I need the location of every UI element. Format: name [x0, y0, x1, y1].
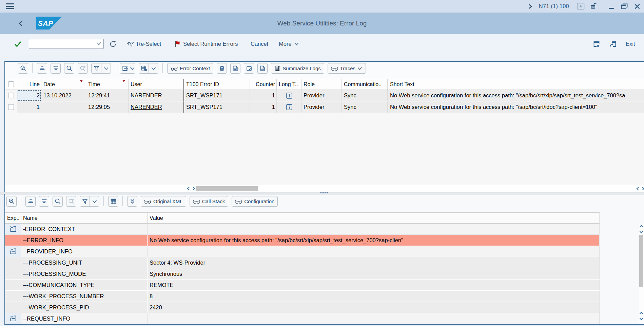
user-link[interactable]: NARENDER	[131, 92, 162, 99]
summarize-logs-button[interactable]: Summarize Logs	[271, 63, 324, 74]
user-link[interactable]: NARENDER	[131, 104, 162, 110]
display-log-button[interactable]	[230, 63, 240, 74]
restore-window-icon[interactable]	[620, 2, 628, 11]
cell-short-text[interactable]: No Web service configuration for this ac…	[388, 101, 644, 113]
cell-name[interactable]: ---COMMUNICATION_TYPE	[21, 280, 148, 290]
cell-name[interactable]: ---PROCESSING_MODE	[21, 268, 148, 279]
column-header-communication[interactable]: Communicatio..	[342, 79, 388, 90]
reselect-button[interactable]: Re-Select	[126, 34, 161, 54]
row-checkbox[interactable]	[8, 104, 14, 110]
find-button[interactable]	[64, 63, 74, 74]
delete-button[interactable]	[217, 63, 227, 74]
scroll-left-icon[interactable]	[635, 186, 640, 191]
collapse-node-icon[interactable]	[10, 248, 16, 254]
cell-short-text[interactable]: No Web service configuration for this ac…	[388, 90, 644, 101]
security-unlocked-icon[interactable]	[589, 2, 598, 11]
play-session-icon[interactable]	[577, 2, 585, 11]
sort-descending-button[interactable]	[51, 63, 61, 74]
cell-name[interactable]: --ERROR_INFO	[21, 235, 148, 246]
new-session-icon[interactable]	[609, 34, 617, 54]
cell-name[interactable]: --PROVIDER_INFO	[21, 246, 148, 257]
cell-t100-error-id[interactable]: SRT_WSP171	[184, 90, 250, 101]
more-menu-button[interactable]: More	[279, 34, 299, 54]
ok-check-icon[interactable]	[14, 34, 22, 54]
filter-button[interactable]	[80, 196, 90, 206]
details-button[interactable]	[18, 63, 28, 74]
close-icon[interactable]	[633, 2, 641, 11]
cell-value[interactable]	[148, 224, 600, 234]
layout-dropdown-icon[interactable]	[149, 63, 158, 73]
layout-grid-icon[interactable]	[139, 63, 149, 73]
scroll-right-icon[interactable]	[191, 186, 196, 191]
minimize-icon[interactable]	[607, 2, 616, 11]
cell-role[interactable]: Provider	[301, 101, 342, 113]
print-preview-button[interactable]	[108, 196, 118, 207]
column-header-role[interactable]: Role	[301, 79, 342, 90]
export-menu-button[interactable]	[120, 63, 135, 74]
cell-name[interactable]: ---WORK_PROCESS_NUMBER	[21, 291, 148, 302]
exit-button[interactable]: Exit	[626, 34, 635, 54]
cell-name[interactable]: ---WORK_PROCESS_PID	[21, 302, 148, 313]
cell-value[interactable]	[148, 246, 600, 257]
cell-value[interactable]	[148, 313, 600, 324]
traces-button[interactable]: Traces	[328, 63, 366, 74]
configuration-button[interactable]: Configuration	[232, 196, 278, 207]
cell-date[interactable]: 13.10.2022	[41, 90, 86, 101]
find-next-button[interactable]	[78, 63, 88, 74]
details-button[interactable]	[6, 196, 17, 207]
cell-counter[interactable]: 1	[250, 101, 277, 113]
scroll-up-icon[interactable]	[639, 224, 643, 228]
find-next-button[interactable]	[66, 196, 76, 207]
refresh-icon[interactable]	[109, 34, 117, 54]
cell-name[interactable]: ---PROCESSING_UNIT	[21, 257, 148, 268]
scroll-right-icon[interactable]	[641, 186, 644, 191]
gui-shortcut-icon[interactable]	[593, 34, 600, 54]
column-header-short-text[interactable]: Short Text	[388, 79, 644, 90]
cell-communication[interactable]: Sync	[342, 101, 388, 113]
menu-icon[interactable]	[6, 3, 14, 9]
cell-value[interactable]: 2420	[148, 302, 600, 313]
column-header-line[interactable]: Line	[17, 79, 41, 90]
expand-all-button[interactable]	[127, 196, 137, 207]
command-input[interactable]	[31, 40, 95, 48]
cell-value[interactable]: REMOTE	[148, 280, 600, 290]
cell-name[interactable]: --REQUEST_INFO	[21, 313, 148, 324]
filter-dropdown-icon[interactable]	[101, 63, 111, 73]
collapse-node-icon[interactable]	[10, 315, 16, 322]
cell-counter[interactable]: 1	[250, 90, 277, 101]
cell-name[interactable]: -ERROR_CONTEXT	[21, 224, 148, 234]
chevron-right-icon[interactable]	[526, 2, 534, 11]
column-header-user[interactable]: User	[129, 79, 184, 90]
cell-line[interactable]: 2	[17, 90, 41, 101]
cell-value[interactable]: Synchronous	[148, 268, 600, 279]
scroll-up-icon[interactable]	[639, 311, 643, 315]
cell-role[interactable]: Provider	[301, 90, 342, 101]
xml-export-button[interactable]: XML	[257, 63, 268, 74]
column-header-long-text[interactable]: Long T..	[277, 79, 301, 90]
cell-value[interactable]: Sector 4: WS-Provider	[148, 257, 600, 268]
sort-descending-button[interactable]	[39, 196, 49, 207]
sort-ascending-button[interactable]	[25, 196, 36, 207]
filter-button[interactable]	[92, 63, 101, 73]
command-dropdown-icon[interactable]	[96, 42, 101, 45]
column-header-name[interactable]: Name	[21, 213, 148, 223]
filter-dropdown-icon[interactable]	[90, 196, 99, 206]
select-runtime-errors-button[interactable]: Select Runtime Errors	[174, 34, 238, 54]
cell-time[interactable]: 12:29:05	[86, 101, 129, 113]
cell-time[interactable]: 12:29:41	[86, 90, 129, 101]
info-icon[interactable]	[286, 93, 292, 99]
original-xml-button[interactable]: Original XML	[141, 196, 186, 207]
pane-splitter[interactable]	[0, 192, 644, 194]
scroll-down-icon[interactable]	[639, 230, 643, 234]
scroll-left-icon[interactable]	[186, 186, 191, 191]
info-icon[interactable]	[286, 104, 292, 110]
sort-ascending-button[interactable]	[37, 63, 47, 74]
column-header-counter[interactable]: Counter	[250, 79, 277, 90]
collapse-node-icon[interactable]	[10, 226, 16, 232]
column-header-t100-error-id[interactable]: T100 Error ID	[184, 79, 250, 90]
column-header-expand[interactable]: Exp..	[5, 213, 21, 223]
error-context-button[interactable]: Error Context	[167, 63, 213, 74]
vertical-scrollbar-thumb[interactable]	[639, 235, 643, 287]
scroll-down-icon[interactable]	[639, 317, 643, 321]
cell-communication[interactable]: Sync	[342, 90, 388, 101]
